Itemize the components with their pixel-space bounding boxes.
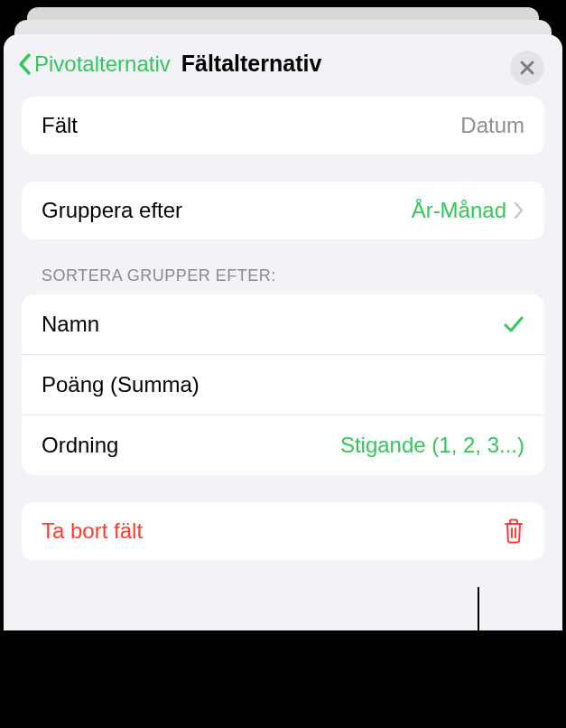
group-by-row[interactable]: Gruppera efter År-Månad [22,182,544,239]
back-label: Pivotalternativ [34,51,171,77]
checkmark-icon [503,314,524,334]
sort-order-value: Stigande (1, 2, 3...) [340,433,524,458]
group-by-value: År-Månad [412,198,506,223]
callout-line2: fältet från pivottabellen. [117,692,510,722]
delete-card: Ta bort fält [22,502,544,560]
callout-line1: Tryck för att ta bort det här [117,662,510,692]
field-options-sheet: Pivotalternativ Fältalternativ Fält Datu… [4,34,562,630]
sort-option-label: Poäng (Summa) [42,372,199,397]
callout-line [478,587,479,650]
delete-field-button[interactable]: Ta bort fält [22,502,544,560]
field-value: Datum [460,113,524,138]
field-card: Fält Datum [22,97,544,154]
sort-option-points[interactable]: Poäng (Summa) [22,354,544,415]
field-row: Fält Datum [22,97,544,154]
trash-icon [503,518,524,544]
close-icon [519,60,535,76]
sort-order-label: Ordning [42,433,118,458]
sort-option-name[interactable]: Namn [22,294,544,354]
chevron-right-icon [514,201,524,219]
back-button[interactable]: Pivotalternativ [16,51,171,77]
sort-option-label: Namn [42,312,99,337]
callout-text: Tryck för att ta bort det här fältet frå… [117,662,510,721]
group-by-label: Gruppera efter [42,198,182,223]
chevron-left-icon [16,51,32,77]
close-button[interactable] [510,51,544,85]
sort-card: Namn Poäng (Summa) Ordning Stigande (1, … [22,294,544,475]
sheet-header: Pivotalternativ Fältalternativ [4,34,562,89]
page-title: Fältalternativ [181,51,322,77]
group-by-card: Gruppera efter År-Månad [22,182,544,239]
sort-order-row[interactable]: Ordning Stigande (1, 2, 3...) [22,415,544,475]
field-label: Fält [42,113,78,138]
sort-section-header: SORTERA GRUPPER EFTER: [42,266,544,285]
delete-label: Ta bort fält [42,518,143,544]
